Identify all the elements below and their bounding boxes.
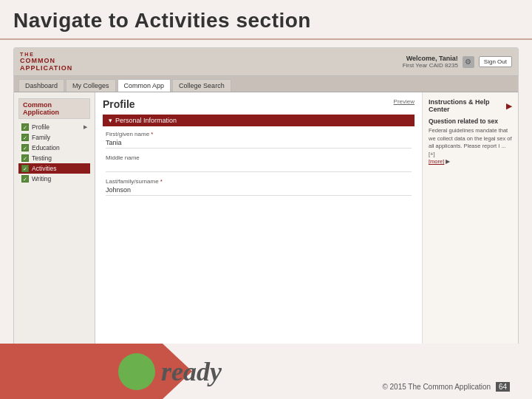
tab-my-colleges[interactable]: My Colleges: [66, 79, 116, 92]
help-more-link[interactable]: [more]: [429, 158, 444, 165]
firstname-value: Tania: [106, 139, 412, 149]
education-checkbox: ✓: [21, 144, 29, 151]
section-arrow: ▾: [109, 117, 112, 124]
middlename-value: [106, 163, 412, 172]
page-header: Navigate to Activities section: [0, 0, 532, 40]
topbar-right: Welcome, Tania! First Year CAID 8235 ⚙ S…: [403, 55, 512, 69]
field-group-firstname: First/given name * Tania: [103, 131, 415, 149]
sidebar-label-profile: Profile: [32, 123, 50, 131]
logo-application: APPLICATION: [20, 65, 72, 72]
family-checkbox: ✓: [21, 134, 29, 141]
sidebar-item-education[interactable]: ✓ Education: [18, 143, 90, 153]
sidebar-label-family: Family: [32, 134, 50, 141]
sidebar-label-testing: Testing: [32, 154, 52, 162]
help-text: Federal guidelines mandate that we colle…: [429, 127, 512, 166]
page-title: Navigate to Activities section: [13, 9, 519, 33]
lastname-required: *: [160, 178, 163, 185]
ready-text: ready: [161, 356, 222, 387]
copyright: © 2015 The Common Application 64: [382, 382, 510, 392]
firstname-label: First/given name *: [106, 131, 412, 137]
ready-container: ready: [118, 353, 222, 390]
sidebar-label-writing: Writing: [32, 175, 51, 183]
sidebar-item-profile[interactable]: ✓ Profile ▶: [18, 122, 90, 132]
sidebar-label-education: Education: [32, 144, 60, 151]
middlename-label: Middle name: [106, 154, 412, 161]
lastname-label: Last/family/surname *: [106, 178, 412, 185]
main-content: THE COMMON APPLICATION Welcome, Tania! F…: [0, 40, 532, 358]
testing-checkbox: ✓: [21, 154, 29, 162]
help-title: Instructions & Help Center ▶: [429, 98, 512, 113]
writing-checkbox: ✓: [21, 175, 29, 183]
sidebar-item-activities[interactable]: ✓ Activities: [18, 163, 90, 174]
sidebar-item-testing[interactable]: ✓ Testing: [18, 153, 90, 163]
help-question: Question related to sex: [429, 117, 512, 125]
help-panel: Instructions & Help Center ▶ Question re…: [422, 92, 518, 349]
form-header: Profile Preview: [103, 98, 415, 110]
browser-mockup: THE COMMON APPLICATION Welcome, Tania! F…: [13, 47, 519, 350]
profile-checkbox: ✓: [21, 123, 29, 131]
browser-topbar: THE COMMON APPLICATION Welcome, Tania! F…: [14, 48, 518, 76]
help-arrow-icon: ▶: [506, 102, 512, 110]
gear-icon[interactable]: ⚙: [463, 56, 474, 68]
section-label: Personal Information: [115, 117, 177, 124]
signout-button[interactable]: Sign Out: [479, 56, 512, 67]
ready-circle: [118, 353, 155, 390]
field-group-middlename: Middle name: [103, 154, 415, 172]
lastname-value: Johnson: [106, 186, 412, 196]
help-title-text: Instructions & Help Center: [429, 98, 504, 113]
firstname-required: *: [151, 131, 153, 137]
field-group-lastname: Last/family/surname * Johnson: [103, 178, 415, 196]
help-more-arrow: ▶: [446, 158, 450, 165]
tab-college-search[interactable]: College Search: [172, 79, 231, 92]
browser-body: Common Application ✓ Profile ▶ ✓ Family …: [14, 92, 518, 349]
welcome-caid: First Year CAID 8235: [403, 62, 458, 69]
profile-arrow: ▶: [83, 124, 87, 130]
section-header: ▾ Personal Information: [103, 115, 415, 126]
sidebar-item-writing[interactable]: ✓ Writing: [18, 174, 90, 184]
sidebar-item-family[interactable]: ✓ Family: [18, 132, 90, 143]
welcome-text: Welcome, Tania! First Year CAID 8235: [403, 55, 458, 69]
activities-checkbox: ✓: [21, 165, 29, 172]
app-logo: THE COMMON APPLICATION: [20, 52, 72, 72]
copyright-text: © 2015 The Common Application: [382, 383, 491, 391]
left-sidebar: Common Application ✓ Profile ▶ ✓ Family …: [14, 92, 95, 349]
form-title: Profile: [103, 98, 135, 110]
page-number: 64: [496, 382, 510, 392]
nav-tabs: Dashboard My Colleges Common App College…: [14, 76, 518, 92]
sidebar-title: Common Application: [18, 98, 90, 119]
tab-dashboard[interactable]: Dashboard: [18, 79, 64, 92]
preview-link[interactable]: Preview: [394, 98, 415, 105]
page-footer: ready © 2015 The Common Application 64: [0, 344, 532, 399]
tab-common-app[interactable]: Common App: [117, 79, 171, 92]
form-area: Profile Preview ▾ Personal Information F…: [95, 92, 422, 349]
sidebar-label-activities: Activities: [32, 165, 57, 172]
welcome-name: Welcome, Tania!: [403, 55, 458, 62]
